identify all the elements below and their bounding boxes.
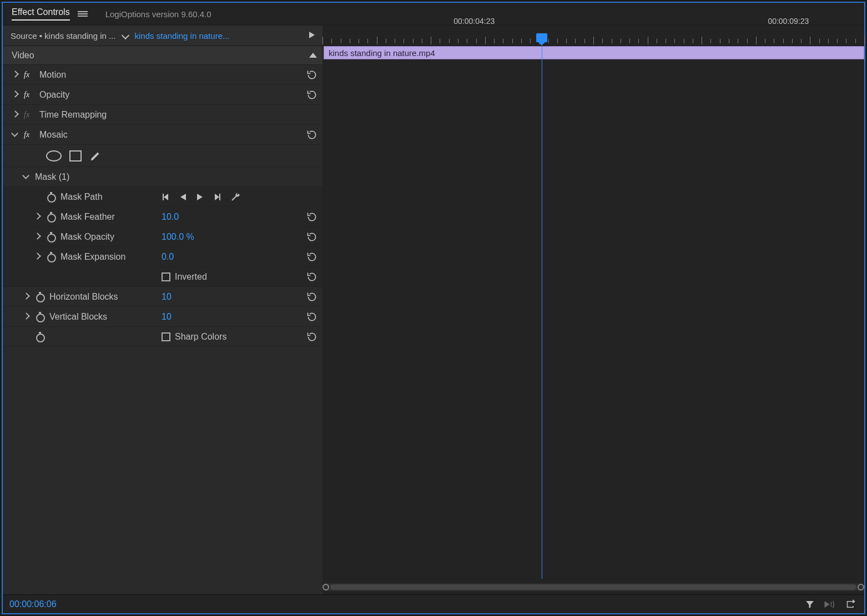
pen-mask-tool[interactable] xyxy=(89,150,102,162)
sharp-colors-row[interactable]: Sharp Colors xyxy=(3,327,322,347)
panel-menu-icon[interactable] xyxy=(78,10,88,18)
effect-motion-row[interactable]: fx Motion xyxy=(3,65,322,85)
mask-feather-row[interactable]: Mask Feather 10.0 xyxy=(3,207,322,227)
tab-bar: Effect Controls LogiOptions version 9.60… xyxy=(3,3,864,25)
timeline-ruler[interactable]: 00:00:04:23 00:00:09:23 xyxy=(322,26,864,46)
reset-button[interactable] xyxy=(306,69,318,80)
twirl-icon[interactable] xyxy=(12,131,19,139)
play-audio-icon[interactable] xyxy=(823,599,838,609)
effect-opacity-row[interactable]: fx Opacity xyxy=(3,85,322,105)
reset-button[interactable] xyxy=(306,251,318,262)
vblocks-label: Vertical Blocks xyxy=(49,312,107,322)
reset-button[interactable] xyxy=(306,271,318,282)
scroll-cap-left[interactable] xyxy=(322,584,329,590)
fx-badge-icon[interactable]: fx xyxy=(24,130,37,139)
filter-icon[interactable] xyxy=(804,599,815,609)
reset-button[interactable] xyxy=(306,129,318,140)
twirl-icon[interactable] xyxy=(12,71,19,79)
step-back-button[interactable] xyxy=(179,193,187,201)
mask-expansion-label: Mask Expansion xyxy=(61,252,125,262)
mask-expansion-row[interactable]: Mask Expansion 0.0 xyxy=(3,247,322,267)
mask-row[interactable]: Mask (1) xyxy=(3,167,322,187)
fx-badge-icon[interactable]: fx xyxy=(24,110,37,119)
next-keyframe-button[interactable] xyxy=(213,193,221,201)
playhead-marker[interactable] xyxy=(536,33,547,42)
inverted-label: Inverted xyxy=(175,272,207,282)
sharp-colors-label: Sharp Colors xyxy=(175,332,226,342)
scroll-cap-right[interactable] xyxy=(858,584,864,590)
source-label: Source • kinds standing in ... xyxy=(11,31,116,41)
rectangle-mask-tool[interactable] xyxy=(69,150,82,161)
prev-keyframe-button[interactable] xyxy=(162,193,170,201)
twirl-icon[interactable] xyxy=(34,253,42,261)
twirl-icon[interactable] xyxy=(34,213,42,221)
ellipse-mask-tool[interactable] xyxy=(46,150,62,161)
twirl-icon[interactable] xyxy=(34,233,42,241)
export-icon[interactable] xyxy=(845,599,858,609)
mask-path-row[interactable]: Mask Path xyxy=(3,187,322,207)
hblocks-value[interactable]: 10 xyxy=(162,292,172,302)
video-section-header[interactable]: Video xyxy=(3,46,322,65)
collapse-up-icon[interactable] xyxy=(309,53,317,58)
reset-button[interactable] xyxy=(306,211,318,223)
mask-shape-tools-row xyxy=(3,145,322,167)
video-section-label: Video xyxy=(12,51,34,60)
fx-badge-icon[interactable]: fx xyxy=(24,90,37,99)
scroll-thumb[interactable] xyxy=(330,584,856,590)
twirl-icon[interactable] xyxy=(23,173,31,181)
stopwatch-icon[interactable] xyxy=(46,192,56,202)
fx-badge-icon[interactable]: fx xyxy=(24,70,37,79)
reset-button[interactable] xyxy=(306,331,318,342)
timecode-label-2: 00:00:09:23 xyxy=(768,17,809,26)
mask-opacity-row[interactable]: Mask Opacity 100.0 % xyxy=(3,227,322,247)
wrench-icon[interactable] xyxy=(230,192,240,202)
stopwatch-icon[interactable] xyxy=(46,252,56,262)
hblocks-label: Horizontal Blocks xyxy=(49,292,118,302)
effect-mosaic-label: Mosaic xyxy=(39,130,68,140)
stopwatch-icon[interactable] xyxy=(35,332,45,342)
playhead-line[interactable] xyxy=(542,46,542,579)
play-only-button[interactable] xyxy=(307,30,318,41)
effect-timeremap-row[interactable]: fx Time Remapping xyxy=(3,105,322,125)
mask-opacity-value[interactable]: 100.0 % xyxy=(162,232,194,242)
reset-button[interactable] xyxy=(306,231,318,243)
hblocks-row[interactable]: Horizontal Blocks 10 xyxy=(3,287,322,307)
twirl-icon[interactable] xyxy=(12,111,19,119)
sharp-colors-checkbox[interactable] xyxy=(162,332,170,341)
effect-timeremap-label: Time Remapping xyxy=(39,110,107,120)
sequence-link[interactable]: kinds standing in nature... xyxy=(135,31,230,41)
effect-mosaic-row[interactable]: fx Mosaic xyxy=(3,125,322,145)
effect-controls-panel: Effect Controls LogiOptions version 9.60… xyxy=(2,2,865,614)
properties-column: Video fx Motion fx Opacity xyxy=(3,46,322,594)
reset-button[interactable] xyxy=(306,89,318,100)
vblocks-row[interactable]: Vertical Blocks 10 xyxy=(3,307,322,327)
mask-inverted-row[interactable]: Inverted xyxy=(3,267,322,287)
effect-opacity-label: Opacity xyxy=(39,90,69,100)
reset-button[interactable] xyxy=(306,291,318,302)
mask-expansion-value[interactable]: 0.0 xyxy=(162,252,174,262)
stopwatch-icon[interactable] xyxy=(35,312,45,322)
twirl-icon[interactable] xyxy=(23,313,31,321)
mask-feather-value[interactable]: 10.0 xyxy=(162,212,179,222)
horizontal-scrollbar[interactable] xyxy=(322,583,864,591)
play-button[interactable] xyxy=(196,193,204,201)
stopwatch-icon[interactable] xyxy=(46,232,56,242)
vblocks-value[interactable]: 10 xyxy=(162,312,172,322)
twirl-icon[interactable] xyxy=(12,91,19,99)
mask-opacity-label: Mask Opacity xyxy=(61,232,114,242)
current-timecode[interactable]: 00:00:06:06 xyxy=(9,599,57,609)
mask-label: Mask (1) xyxy=(35,172,69,182)
mask-path-label: Mask Path xyxy=(61,192,103,202)
source-header-left: Source • kinds standing in ... kinds sta… xyxy=(3,26,322,46)
tab-effect-controls[interactable]: Effect Controls xyxy=(12,7,70,21)
effect-motion-label: Motion xyxy=(39,70,66,80)
clip-bar[interactable]: kinds standing in nature.mp4 xyxy=(324,46,864,59)
chevron-down-icon[interactable] xyxy=(122,32,129,39)
stopwatch-icon[interactable] xyxy=(35,292,45,302)
reset-button[interactable] xyxy=(306,311,318,322)
twirl-icon[interactable] xyxy=(23,293,31,301)
timecode-label-1: 00:00:04:23 xyxy=(453,17,495,26)
stopwatch-icon[interactable] xyxy=(46,212,56,222)
version-label: LogiOptions version 9.60.4.0 xyxy=(105,9,211,19)
inverted-checkbox[interactable] xyxy=(162,272,170,281)
